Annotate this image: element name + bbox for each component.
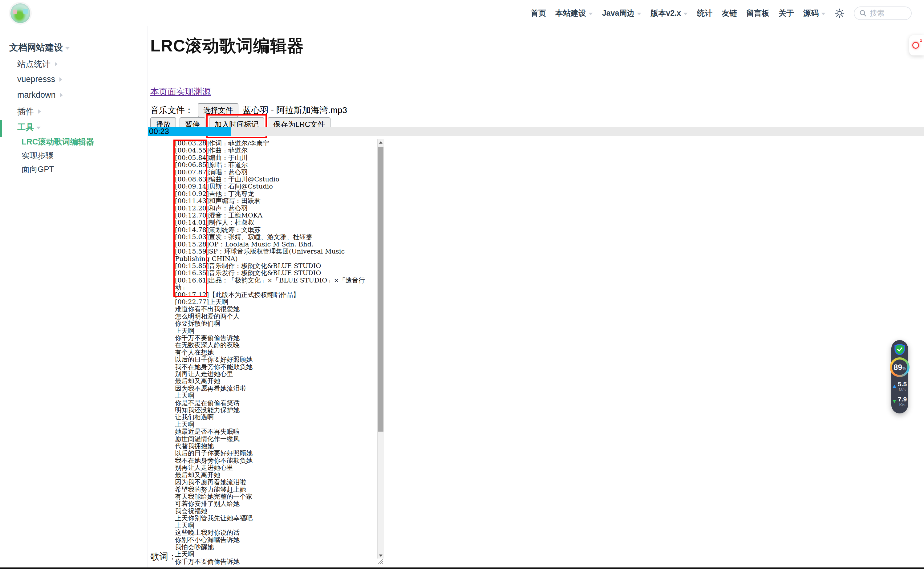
- download-speed-unit: K/s: [899, 403, 905, 407]
- nav-version-label: 版本v2.x: [650, 8, 681, 18]
- upload-arrow-icon: [892, 385, 896, 388]
- red-circle-icon: [912, 42, 919, 49]
- sidebar-group-docs-label: 文档网站建设: [9, 42, 63, 54]
- floating-tool-card[interactable]: [909, 35, 924, 55]
- top-nav-bar: 首页 本站建设 Java周边 版本v2.x 统计 友链 留言板 关于 源码: [0, 0, 924, 26]
- nav-links: 首页 本站建设 Java周边 版本v2.x 统计 友链 留言板 关于 源码: [531, 0, 912, 26]
- file-name: 蓝心羽 - 阿拉斯加海湾.mp3: [243, 105, 347, 116]
- sidebar: 文档网站建设 站点统计 vuepresss markdown 插件 工具 LRC…: [0, 26, 148, 568]
- sidebar-item-gpt[interactable]: 面向GPT: [21, 164, 54, 175]
- health-score-gauge: 89 %: [890, 358, 910, 377]
- sidebar-item-plugins[interactable]: 插件: [17, 106, 41, 117]
- chevron-right-icon: [60, 93, 63, 97]
- upload-speed-unit: M/s: [899, 388, 906, 392]
- music-file-label: 音乐文件：: [150, 105, 193, 116]
- theme-toggle-button[interactable]: [835, 8, 845, 18]
- sidebar-item-label: 站点统计: [17, 59, 50, 70]
- nav-stats[interactable]: 统计: [697, 8, 713, 18]
- audio-progress-fill: 00:23: [148, 127, 231, 136]
- nav-friend-links[interactable]: 友链: [722, 8, 737, 18]
- nav-version[interactable]: 版本v2.x: [650, 8, 688, 18]
- nav-site-building-label: 本站建设: [555, 8, 586, 18]
- sidebar-item-label: 面向GPT: [21, 164, 54, 175]
- audio-progress-bar[interactable]: 00:23: [148, 127, 924, 136]
- textarea-resize-grip[interactable]: [378, 559, 383, 564]
- search-input[interactable]: [870, 9, 904, 18]
- chevron-down-icon: [637, 13, 641, 15]
- sidebar-item-site-stats[interactable]: 站点统计: [17, 59, 58, 70]
- chevron-down-icon: [65, 47, 70, 50]
- nav-java[interactable]: Java周边: [602, 8, 641, 18]
- sidebar-active-indicator: [0, 120, 2, 137]
- scrollbar-down-button[interactable]: [378, 552, 384, 558]
- health-score-percent: %: [903, 366, 906, 371]
- chevron-right-icon: [55, 62, 58, 66]
- sidebar-item-lrc-editor[interactable]: LRC滚动歌词编辑器: [21, 137, 94, 147]
- chevron-down-icon: [588, 13, 593, 15]
- sidebar-item-label: vuepresss: [17, 75, 55, 84]
- nav-java-label: Java周边: [602, 8, 635, 18]
- nav-source[interactable]: 源码: [803, 8, 825, 18]
- sidebar-item-label: 实现步骤: [21, 150, 53, 161]
- origin-link[interactable]: 本页面实现渊源: [150, 86, 211, 98]
- search-icon: [859, 9, 867, 17]
- sidebar-item-implementation-steps[interactable]: 实现步骤: [21, 150, 53, 161]
- page-root: 首页 本站建设 Java周边 版本v2.x 统计 友链 留言板 关于 源码: [0, 0, 924, 569]
- bottom-edge-bar: [0, 567, 924, 569]
- sidebar-item-vuepress[interactable]: vuepresss: [17, 75, 62, 84]
- download-arrow-icon: [892, 400, 896, 403]
- nav-stats-label: 统计: [697, 8, 713, 18]
- sidebar-item-label: 插件: [17, 106, 34, 117]
- sidebar-item-tools[interactable]: 工具: [17, 122, 41, 133]
- sidebar-item-label: 工具: [17, 122, 34, 133]
- sidebar-group-docs[interactable]: 文档网站建设: [9, 42, 70, 54]
- sun-icon: [835, 8, 845, 18]
- chevron-down-icon: [821, 13, 825, 15]
- main-content: LRC滚动歌词编辑器 本页面实现渊源 音乐文件： 选择文件 蓝心羽 - 阿拉斯加…: [148, 26, 924, 569]
- chevron-down-icon: [684, 13, 688, 15]
- upload-speed-row: 5.5 M/s: [892, 381, 907, 392]
- download-speed-value: 7.9: [898, 396, 907, 403]
- lyrics-textarea[interactable]: [00:03.28]作词 : 菲道尔/李康宁 [00:04.55]作曲 : 菲道…: [173, 139, 384, 565]
- chevron-right-icon: [38, 110, 41, 114]
- choose-file-button[interactable]: 选择文件: [198, 103, 239, 117]
- network-monitor-widget[interactable]: 89 % 5.5 M/s 7.9 K/s: [891, 340, 908, 414]
- scrollbar-up-button[interactable]: [378, 139, 384, 146]
- music-file-row: 音乐文件： 选择文件 蓝心羽 - 阿拉斯加海湾.mp3: [150, 103, 347, 117]
- sidebar-item-label: LRC滚动歌词编辑器: [21, 137, 94, 147]
- sidebar-item-markdown[interactable]: markdown: [17, 90, 63, 100]
- textarea-scrollbar[interactable]: [377, 139, 384, 558]
- health-score-value: 89: [894, 363, 902, 372]
- nav-message-board-label: 留言板: [746, 8, 769, 18]
- site-logo[interactable]: [11, 3, 30, 23]
- sidebar-item-label: markdown: [17, 90, 56, 100]
- lyrics-text: [00:03.28]作词 : 菲道尔/李康宁 [00:04.55]作曲 : 菲道…: [175, 140, 374, 565]
- red-circle-small-icon: [920, 40, 922, 42]
- chevron-down-icon: [36, 126, 41, 129]
- scrollbar-thumb[interactable]: [378, 147, 383, 432]
- nav-about-label: 关于: [779, 8, 794, 18]
- nav-friend-links-label: 友链: [722, 8, 737, 18]
- upload-speed-value: 5.5: [898, 381, 907, 388]
- chevron-right-icon: [59, 77, 62, 82]
- page-title: LRC滚动歌词编辑器: [150, 35, 304, 57]
- download-speed-row: 7.9 K/s: [892, 396, 907, 407]
- nav-home[interactable]: 首页: [531, 8, 546, 18]
- nav-home-label: 首页: [531, 8, 546, 18]
- nav-message-board[interactable]: 留言板: [746, 8, 769, 18]
- nav-source-label: 源码: [803, 8, 819, 18]
- search-box: [854, 6, 912, 20]
- shield-check-icon: [894, 344, 905, 355]
- nav-about[interactable]: 关于: [779, 8, 794, 18]
- current-time: 00:23: [148, 126, 169, 136]
- nav-site-building[interactable]: 本站建设: [555, 8, 593, 18]
